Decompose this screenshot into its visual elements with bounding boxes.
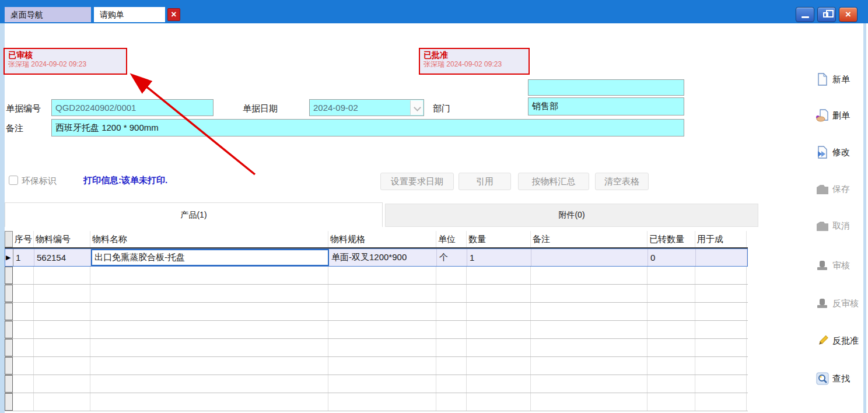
- close-button[interactable]: ×: [839, 7, 858, 22]
- empty-cell: [34, 375, 90, 393]
- detail-table: 序号 物料编号 物料名称 物料规格 单位 数量 备注 已转数量 用于成 ▶ 1 …: [5, 231, 748, 413]
- table-empty-row: [5, 285, 748, 303]
- row-selector-arrow-icon[interactable]: ▶: [5, 249, 13, 266]
- remark-label: 备注: [6, 123, 23, 134]
- audited-title: 已审核: [8, 50, 123, 60]
- table-empty-row: [5, 321, 748, 339]
- cancel-icon: [816, 219, 830, 233]
- cell-material-spec[interactable]: 单面-双叉1200*900: [329, 249, 437, 266]
- col-remark[interactable]: 备注: [531, 231, 648, 247]
- cell-qty[interactable]: 1: [467, 249, 531, 266]
- row-selector-header: [5, 231, 13, 247]
- empty-cell: [90, 303, 328, 320]
- set-required-date-button[interactable]: 设置要求日期: [380, 173, 454, 190]
- sidebar-button[interactable]: 反批准: [816, 332, 859, 349]
- doc-no-field[interactable]: QGD20240902/0001: [51, 99, 214, 116]
- empty-cell: [90, 321, 328, 338]
- sidebar-button: 反审核: [816, 295, 859, 312]
- table-empty-row: [5, 357, 748, 375]
- empty-cell: [90, 285, 328, 302]
- empty-cell: [531, 285, 648, 302]
- empty-cell: [648, 267, 695, 284]
- window-tab-bar: 桌面导航 请购单 × ×: [0, 6, 868, 23]
- row-selector: [5, 267, 13, 284]
- table-empty-row: [5, 375, 748, 393]
- col-unit[interactable]: 单位: [436, 231, 467, 247]
- empty-cell: [695, 285, 747, 302]
- col-converted-qty[interactable]: 已转数量: [648, 231, 695, 247]
- right-edge-strip: [863, 23, 866, 413]
- sidebar-button-label: 反批准: [832, 335, 859, 346]
- empty-cell: [34, 357, 90, 374]
- chevron-down-icon[interactable]: [410, 100, 423, 115]
- empty-cell: [467, 375, 531, 393]
- summarize-by-material-button[interactable]: 按物料汇总: [518, 173, 589, 190]
- unapprove-icon: [816, 334, 830, 348]
- table-empty-row: [5, 267, 748, 285]
- extra-field[interactable]: [528, 79, 684, 96]
- empty-cell: [648, 393, 695, 411]
- empty-cell: [34, 393, 90, 411]
- cell-seq[interactable]: 1: [13, 249, 34, 266]
- sidebar-button: 审核: [816, 257, 850, 274]
- empty-cell: [13, 321, 34, 338]
- print-info-text: 打印信息:该单未打印.: [83, 175, 167, 186]
- eco-checkbox[interactable]: [9, 176, 18, 185]
- col-used-for[interactable]: 用于成: [695, 231, 747, 247]
- cell-material-code[interactable]: 562154: [34, 249, 91, 266]
- doc-date-combobox[interactable]: 2024-09-02: [309, 99, 424, 116]
- empty-cell: [90, 393, 328, 411]
- sidebar-button[interactable]: 删单: [816, 107, 850, 124]
- row-selector: [5, 375, 13, 393]
- sidebar-button-label: 查找: [832, 373, 850, 384]
- row-selector: [5, 321, 13, 338]
- empty-cell: [328, 321, 436, 338]
- cell-unit[interactable]: 个: [437, 249, 467, 266]
- row-selector: [5, 357, 13, 374]
- empty-cell: [328, 375, 436, 393]
- empty-cell: [695, 375, 747, 393]
- empty-cell: [34, 321, 90, 338]
- empty-cell: [648, 303, 695, 320]
- tab-desktop-nav[interactable]: 桌面导航: [5, 7, 91, 22]
- empty-cell: [13, 267, 34, 284]
- dept-field[interactable]: 销售部: [528, 97, 684, 116]
- tab-purchase-request[interactable]: 请购单: [94, 7, 165, 22]
- empty-cell: [13, 303, 34, 320]
- restore-icon: [823, 12, 828, 18]
- empty-cell: [436, 321, 467, 338]
- new-doc-icon: [816, 72, 830, 86]
- sidebar-button[interactable]: 新单: [816, 71, 850, 88]
- col-qty[interactable]: 数量: [467, 231, 531, 247]
- col-seq[interactable]: 序号: [13, 231, 34, 247]
- minimize-button[interactable]: [796, 7, 814, 22]
- cell-remark[interactable]: [531, 249, 648, 266]
- cell-converted-qty[interactable]: 0: [648, 249, 696, 266]
- tab-product[interactable]: 产品(1): [5, 202, 383, 227]
- quote-button[interactable]: 引用: [459, 173, 511, 190]
- restore-button[interactable]: [817, 7, 836, 22]
- row-selector: [5, 303, 13, 320]
- empty-cell: [436, 267, 467, 284]
- cell-used-for[interactable]: [696, 249, 747, 266]
- sidebar-button[interactable]: 修改: [816, 144, 850, 160]
- col-material-name[interactable]: 物料名称: [90, 231, 328, 247]
- col-material-spec[interactable]: 物料规格: [328, 231, 436, 247]
- empty-cell: [531, 303, 648, 320]
- tab-attachment[interactable]: 附件(0): [385, 204, 758, 227]
- empty-cell: [34, 339, 90, 356]
- table-row[interactable]: ▶ 1 562154 出口免熏蒸胶合板-托盘 单面-双叉1200*900 个 1…: [5, 249, 748, 267]
- cell-material-name[interactable]: 出口免熏蒸胶合板-托盘: [91, 249, 329, 266]
- clear-table-button[interactable]: 清空表格: [595, 173, 649, 190]
- remark-field[interactable]: 西班牙托盘 1200 * 900mm: [51, 119, 684, 136]
- empty-cell: [328, 393, 436, 411]
- sidebar-button-label: 反审核: [832, 298, 859, 309]
- empty-cell: [13, 393, 34, 411]
- empty-cell: [34, 303, 90, 320]
- sidebar-button[interactable]: 查找: [816, 370, 850, 387]
- empty-cell: [13, 285, 34, 302]
- empty-cell: [436, 357, 467, 374]
- col-material-code[interactable]: 物料编号: [34, 231, 90, 247]
- empty-cell: [648, 375, 695, 393]
- tab-close-icon[interactable]: ×: [167, 8, 180, 21]
